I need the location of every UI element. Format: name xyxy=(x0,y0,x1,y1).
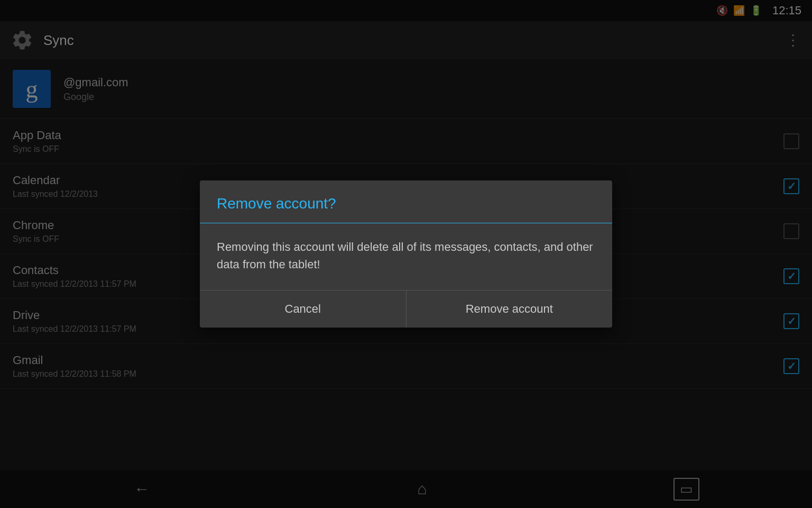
dialog-title: Remove account? xyxy=(217,195,336,212)
cancel-button[interactable]: Cancel xyxy=(200,291,406,328)
remove-account-button[interactable]: Remove account xyxy=(407,291,613,328)
dialog-actions: Cancel Remove account xyxy=(200,290,612,328)
modal-overlay: Remove account? Removing this account wi… xyxy=(0,0,812,508)
dialog-body: Removing this account will delete all of… xyxy=(200,223,612,290)
dialog-message: Removing this account will delete all of… xyxy=(217,238,595,273)
remove-account-dialog: Remove account? Removing this account wi… xyxy=(200,180,612,328)
dialog-header: Remove account? xyxy=(200,180,612,223)
